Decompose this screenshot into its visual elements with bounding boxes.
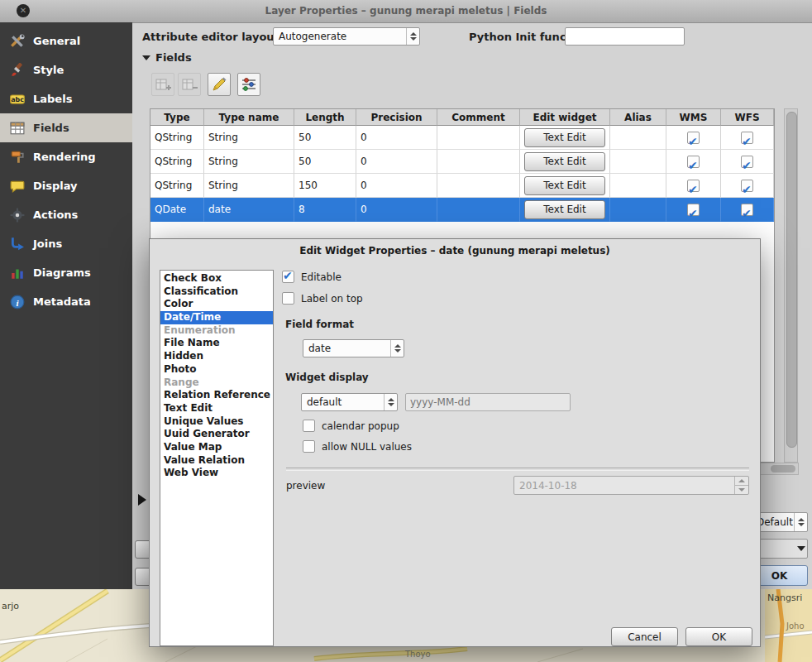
sidebar-item-label: Display bbox=[33, 180, 78, 192]
properties-sidebar: General Style abc Labels Fields Renderin… bbox=[0, 22, 132, 589]
sidebar-item-general[interactable]: General bbox=[0, 26, 132, 55]
cell-length: 8 bbox=[294, 198, 356, 222]
edit-widget-button[interactable]: Text Edit bbox=[524, 128, 605, 147]
preview-label: preview bbox=[286, 480, 325, 492]
abc-label-icon: abc bbox=[10, 92, 25, 107]
sidebar-item-fields[interactable]: Fields bbox=[0, 113, 132, 142]
map-label-thoyo: Thoyo bbox=[404, 650, 431, 659]
wms-checkbox[interactable] bbox=[687, 180, 700, 192]
list-item[interactable]: Color bbox=[160, 298, 273, 311]
label-on-top-checkbox-row[interactable]: Label on top bbox=[282, 292, 363, 305]
list-item[interactable]: Hidden bbox=[160, 350, 273, 363]
toggle-editing-button[interactable] bbox=[208, 73, 231, 96]
map-label-arjo: arjo bbox=[2, 601, 19, 612]
allow-null-checkbox-row[interactable]: allow NULL values bbox=[303, 440, 412, 453]
label-on-top-checkbox[interactable] bbox=[282, 292, 294, 305]
widget-display-label: Widget display bbox=[285, 372, 369, 383]
editable-checkbox[interactable] bbox=[282, 271, 294, 283]
spinner-arrows-icon bbox=[384, 394, 397, 410]
column-header-edit-widget[interactable]: Edit widget bbox=[520, 109, 610, 126]
widget-display-combo[interactable]: default bbox=[301, 393, 398, 411]
pencil-edit-icon bbox=[210, 75, 228, 94]
column-header-comment[interactable]: Comment bbox=[437, 109, 520, 126]
edit-widget-button[interactable]: Text Edit bbox=[524, 176, 605, 195]
list-item[interactable]: Photo bbox=[160, 363, 273, 377]
horizontal-scrollbar-thumb[interactable] bbox=[771, 465, 795, 473]
paint-roller-icon bbox=[10, 150, 25, 165]
list-item[interactable]: File Name bbox=[160, 337, 273, 350]
column-header-precision[interactable]: Precision bbox=[356, 109, 437, 126]
allow-null-label: allow NULL values bbox=[322, 441, 412, 453]
list-item[interactable]: Uuid Generator bbox=[160, 428, 273, 441]
sidebar-item-actions[interactable]: Actions bbox=[0, 200, 132, 229]
cell-type: QString bbox=[150, 126, 204, 150]
column-header-type[interactable]: Type bbox=[150, 109, 204, 126]
column-header-wms[interactable]: WMS bbox=[666, 109, 721, 126]
wfs-checkbox[interactable] bbox=[741, 132, 753, 144]
cell-type-name: String bbox=[204, 150, 294, 174]
cell-precision: 0 bbox=[356, 198, 437, 222]
list-item[interactable]: Unique Values bbox=[160, 415, 273, 429]
list-item[interactable]: Relation Reference bbox=[160, 389, 273, 402]
wms-checkbox[interactable] bbox=[687, 156, 700, 168]
python-init-input[interactable] bbox=[565, 27, 685, 46]
calendar-popup-checkbox[interactable] bbox=[303, 420, 315, 432]
new-field-button[interactable] bbox=[151, 73, 174, 96]
wfs-checkbox[interactable] bbox=[741, 204, 753, 216]
wfs-checkbox[interactable] bbox=[741, 180, 753, 192]
column-header-type-name[interactable]: Type name bbox=[204, 109, 294, 126]
dock-expand-arrow-icon[interactable] bbox=[138, 494, 146, 506]
collapse-arrow-icon[interactable] bbox=[142, 55, 150, 60]
cell-comment bbox=[437, 198, 520, 222]
list-item[interactable]: Text Edit bbox=[160, 402, 273, 415]
sidebar-item-diagrams[interactable]: Diagrams bbox=[0, 258, 132, 287]
list-item-selected[interactable]: Date/Time bbox=[160, 311, 273, 324]
column-header-length[interactable]: Length bbox=[294, 109, 356, 126]
window-titlebar[interactable]: ✕ Layer Properties – gunung merapi melet… bbox=[0, 0, 812, 23]
preview-spinbox: 2014-10-18 bbox=[513, 476, 749, 495]
wms-checkbox[interactable] bbox=[687, 204, 700, 216]
cell-alias bbox=[610, 126, 666, 150]
attribute-editor-layout-combo[interactable]: Autogenerate bbox=[273, 27, 420, 46]
sidebar-item-labels[interactable]: abc Labels bbox=[0, 84, 132, 113]
sidebar-item-metadata[interactable]: i Metadata bbox=[0, 287, 132, 316]
allow-null-checkbox[interactable] bbox=[303, 440, 315, 453]
label-on-top-label: Label on top bbox=[301, 293, 363, 305]
spinbox-arrows-icon bbox=[734, 477, 748, 494]
wms-checkbox[interactable] bbox=[687, 132, 700, 144]
sidebar-item-rendering[interactable]: Rendering bbox=[0, 142, 132, 171]
list-item[interactable]: Web View bbox=[160, 467, 273, 480]
sidebar-item-style[interactable]: Style bbox=[0, 55, 132, 84]
vertical-scrollbar[interactable] bbox=[784, 108, 798, 463]
list-item[interactable]: Value Map bbox=[160, 441, 273, 454]
sidebar-item-joins[interactable]: Joins bbox=[0, 229, 132, 258]
edit-widget-button[interactable]: Text Edit bbox=[524, 200, 605, 219]
vertical-scrollbar-thumb[interactable] bbox=[786, 112, 797, 448]
cancel-button[interactable]: Cancel bbox=[611, 627, 678, 646]
list-item[interactable]: Check Box bbox=[160, 272, 273, 285]
paintbrush-icon bbox=[10, 63, 25, 78]
general-tools-icon bbox=[10, 34, 25, 49]
sidebar-item-display[interactable]: Display bbox=[0, 171, 132, 200]
field-format-combo[interactable]: date bbox=[303, 339, 404, 357]
column-header-alias[interactable]: Alias bbox=[610, 109, 666, 126]
wfs-checkbox[interactable] bbox=[741, 156, 753, 168]
calendar-popup-checkbox-row[interactable]: calendar popup bbox=[303, 420, 399, 432]
delete-field-button[interactable] bbox=[178, 73, 201, 96]
cell-type: QString bbox=[150, 150, 204, 174]
sidebar-item-label: Rendering bbox=[33, 151, 96, 163]
cell-type: QString bbox=[150, 174, 204, 198]
editable-checkbox-row[interactable]: Editable bbox=[282, 271, 342, 283]
widget-options-button[interactable] bbox=[237, 73, 260, 96]
cell-length: 50 bbox=[294, 126, 356, 150]
ok-button[interactable]: OK bbox=[685, 627, 752, 646]
spinner-arrows-icon bbox=[794, 513, 807, 531]
list-item[interactable]: Classification bbox=[160, 285, 273, 299]
column-header-wfs[interactable]: WFS bbox=[721, 109, 774, 126]
bar-chart-icon bbox=[10, 266, 25, 281]
cell-precision: 0 bbox=[356, 126, 437, 150]
list-item[interactable]: Value Relation bbox=[160, 454, 273, 468]
attribute-editor-layout-value: Autogenerate bbox=[274, 31, 406, 42]
separator-line bbox=[286, 468, 749, 471]
edit-widget-button[interactable]: Text Edit bbox=[524, 152, 605, 171]
